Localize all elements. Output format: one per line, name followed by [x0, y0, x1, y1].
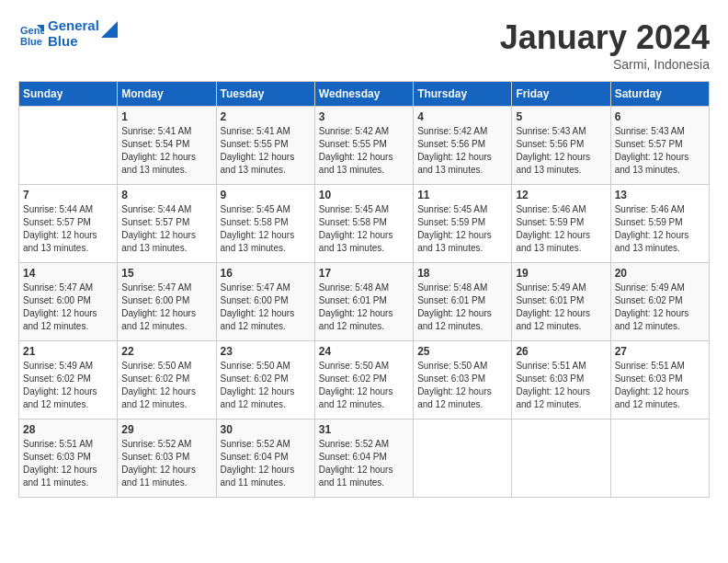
day-cell: 20Sunrise: 5:49 AMSunset: 6:02 PMDayligh…: [610, 263, 709, 341]
day-info: Sunrise: 5:42 AMSunset: 5:56 PMDaylight:…: [417, 125, 507, 177]
title-block: January 2024 Sarmi, Indonesia: [500, 18, 710, 72]
column-header-friday: Friday: [512, 82, 610, 107]
column-header-sunday: Sunday: [19, 82, 118, 107]
day-info: Sunrise: 5:49 AMSunset: 6:01 PMDaylight:…: [516, 282, 606, 333]
page-header: General Blue General Blue January 2024 S…: [18, 18, 710, 72]
calendar-table: SundayMondayTuesdayWednesdayThursdayFrid…: [18, 81, 710, 498]
day-number: 14: [23, 267, 113, 280]
day-info: Sunrise: 5:52 AMSunset: 6:03 PMDaylight:…: [121, 438, 211, 489]
day-cell: 10Sunrise: 5:45 AMSunset: 5:58 PMDayligh…: [314, 185, 413, 263]
day-number: 28: [23, 423, 113, 436]
logo-arrow-icon: [101, 21, 118, 38]
day-cell: 8Sunrise: 5:44 AMSunset: 5:57 PMDaylight…: [118, 185, 216, 263]
day-number: 29: [121, 423, 211, 436]
day-number: 20: [615, 267, 705, 280]
day-number: 2: [221, 110, 311, 123]
svg-marker-4: [101, 21, 118, 38]
day-cell: 30Sunrise: 5:52 AMSunset: 6:04 PMDayligh…: [216, 419, 314, 498]
day-cell: [512, 419, 610, 498]
column-header-monday: Monday: [118, 82, 216, 107]
day-cell: 15Sunrise: 5:47 AMSunset: 6:00 PMDayligh…: [118, 263, 216, 341]
day-number: 21: [23, 345, 113, 358]
calendar-body: 1Sunrise: 5:41 AMSunset: 5:54 PMDaylight…: [19, 107, 710, 498]
day-cell: 21Sunrise: 5:49 AMSunset: 6:02 PMDayligh…: [19, 341, 118, 419]
day-cell: [414, 419, 512, 498]
week-row-2: 7Sunrise: 5:44 AMSunset: 5:57 PMDaylight…: [19, 185, 710, 263]
day-cell: 24Sunrise: 5:50 AMSunset: 6:02 PMDayligh…: [314, 341, 413, 419]
day-number: 24: [319, 345, 409, 358]
calendar-header-row: SundayMondayTuesdayWednesdayThursdayFrid…: [19, 82, 710, 107]
day-info: Sunrise: 5:41 AMSunset: 5:55 PMDaylight:…: [221, 125, 311, 177]
day-number: 23: [221, 345, 311, 358]
day-info: Sunrise: 5:50 AMSunset: 6:02 PMDaylight:…: [221, 360, 311, 411]
day-cell: 9Sunrise: 5:45 AMSunset: 5:58 PMDaylight…: [216, 185, 314, 263]
day-cell: 2Sunrise: 5:41 AMSunset: 5:55 PMDaylight…: [216, 107, 314, 185]
day-info: Sunrise: 5:50 AMSunset: 6:03 PMDaylight:…: [417, 360, 507, 411]
logo-icon: General Blue: [18, 21, 44, 47]
day-info: Sunrise: 5:45 AMSunset: 5:59 PMDaylight:…: [417, 203, 507, 255]
day-cell: 6Sunrise: 5:43 AMSunset: 5:57 PMDaylight…: [610, 107, 709, 185]
day-info: Sunrise: 5:43 AMSunset: 5:56 PMDaylight:…: [516, 125, 606, 177]
day-info: Sunrise: 5:44 AMSunset: 5:57 PMDaylight:…: [121, 203, 211, 255]
day-info: Sunrise: 5:51 AMSunset: 6:03 PMDaylight:…: [615, 360, 705, 411]
day-number: 4: [417, 110, 507, 123]
day-info: Sunrise: 5:45 AMSunset: 5:58 PMDaylight:…: [319, 203, 409, 255]
week-row-3: 14Sunrise: 5:47 AMSunset: 6:00 PMDayligh…: [19, 263, 710, 341]
day-cell: 31Sunrise: 5:52 AMSunset: 6:04 PMDayligh…: [314, 419, 413, 498]
day-info: Sunrise: 5:49 AMSunset: 6:02 PMDaylight:…: [23, 360, 113, 411]
logo-blue: Blue: [48, 34, 99, 50]
day-info: Sunrise: 5:46 AMSunset: 5:59 PMDaylight:…: [615, 203, 705, 255]
day-number: 22: [121, 345, 211, 358]
day-info: Sunrise: 5:51 AMSunset: 6:03 PMDaylight:…: [23, 438, 113, 489]
day-info: Sunrise: 5:45 AMSunset: 5:58 PMDaylight:…: [221, 203, 311, 255]
week-row-5: 28Sunrise: 5:51 AMSunset: 6:03 PMDayligh…: [19, 419, 710, 498]
day-cell: 19Sunrise: 5:49 AMSunset: 6:01 PMDayligh…: [512, 263, 610, 341]
column-header-saturday: Saturday: [610, 82, 709, 107]
day-cell: 12Sunrise: 5:46 AMSunset: 5:59 PMDayligh…: [512, 185, 610, 263]
day-info: Sunrise: 5:47 AMSunset: 6:00 PMDaylight:…: [221, 282, 311, 333]
day-info: Sunrise: 5:48 AMSunset: 6:01 PMDaylight:…: [319, 282, 409, 333]
day-cell: 28Sunrise: 5:51 AMSunset: 6:03 PMDayligh…: [19, 419, 118, 498]
column-header-tuesday: Tuesday: [216, 82, 314, 107]
location-subtitle: Sarmi, Indonesia: [500, 57, 710, 72]
column-header-thursday: Thursday: [414, 82, 512, 107]
logo-general: General: [48, 17, 99, 33]
day-number: 6: [615, 110, 705, 123]
day-cell: 5Sunrise: 5:43 AMSunset: 5:56 PMDaylight…: [512, 107, 610, 185]
day-number: 27: [615, 345, 705, 358]
day-info: Sunrise: 5:52 AMSunset: 6:04 PMDaylight:…: [319, 438, 409, 489]
day-info: Sunrise: 5:43 AMSunset: 5:57 PMDaylight:…: [615, 125, 705, 177]
day-cell: [19, 107, 118, 185]
day-info: Sunrise: 5:42 AMSunset: 5:55 PMDaylight:…: [319, 125, 409, 177]
day-cell: 4Sunrise: 5:42 AMSunset: 5:56 PMDaylight…: [414, 107, 512, 185]
day-info: Sunrise: 5:50 AMSunset: 6:02 PMDaylight:…: [319, 360, 409, 411]
day-info: Sunrise: 5:52 AMSunset: 6:04 PMDaylight:…: [221, 438, 311, 489]
day-info: Sunrise: 5:48 AMSunset: 6:01 PMDaylight:…: [417, 282, 507, 333]
day-number: 7: [23, 189, 113, 201]
day-cell: 14Sunrise: 5:47 AMSunset: 6:00 PMDayligh…: [19, 263, 118, 341]
week-row-1: 1Sunrise: 5:41 AMSunset: 5:54 PMDaylight…: [19, 107, 710, 185]
day-info: Sunrise: 5:51 AMSunset: 6:03 PMDaylight:…: [516, 360, 606, 411]
day-cell: 13Sunrise: 5:46 AMSunset: 5:59 PMDayligh…: [610, 185, 709, 263]
day-info: Sunrise: 5:47 AMSunset: 6:00 PMDaylight:…: [23, 282, 113, 333]
day-number: 9: [221, 189, 311, 201]
svg-text:Blue: Blue: [20, 36, 42, 47]
day-info: Sunrise: 5:41 AMSunset: 5:54 PMDaylight:…: [121, 125, 211, 177]
day-number: 5: [516, 110, 606, 123]
day-number: 8: [121, 189, 211, 201]
day-number: 12: [516, 189, 606, 201]
day-cell: 11Sunrise: 5:45 AMSunset: 5:59 PMDayligh…: [414, 185, 512, 263]
day-cell: 26Sunrise: 5:51 AMSunset: 6:03 PMDayligh…: [512, 341, 610, 419]
day-number: 16: [221, 267, 311, 280]
day-info: Sunrise: 5:46 AMSunset: 5:59 PMDaylight:…: [516, 203, 606, 255]
day-info: Sunrise: 5:49 AMSunset: 6:02 PMDaylight:…: [615, 282, 705, 333]
column-header-wednesday: Wednesday: [314, 82, 413, 107]
day-number: 1: [121, 110, 211, 123]
day-number: 17: [319, 267, 409, 280]
day-number: 13: [615, 189, 705, 201]
day-cell: 18Sunrise: 5:48 AMSunset: 6:01 PMDayligh…: [414, 263, 512, 341]
day-cell: 16Sunrise: 5:47 AMSunset: 6:00 PMDayligh…: [216, 263, 314, 341]
day-number: 25: [417, 345, 507, 358]
month-year-title: January 2024: [500, 18, 710, 57]
day-number: 15: [121, 267, 211, 280]
